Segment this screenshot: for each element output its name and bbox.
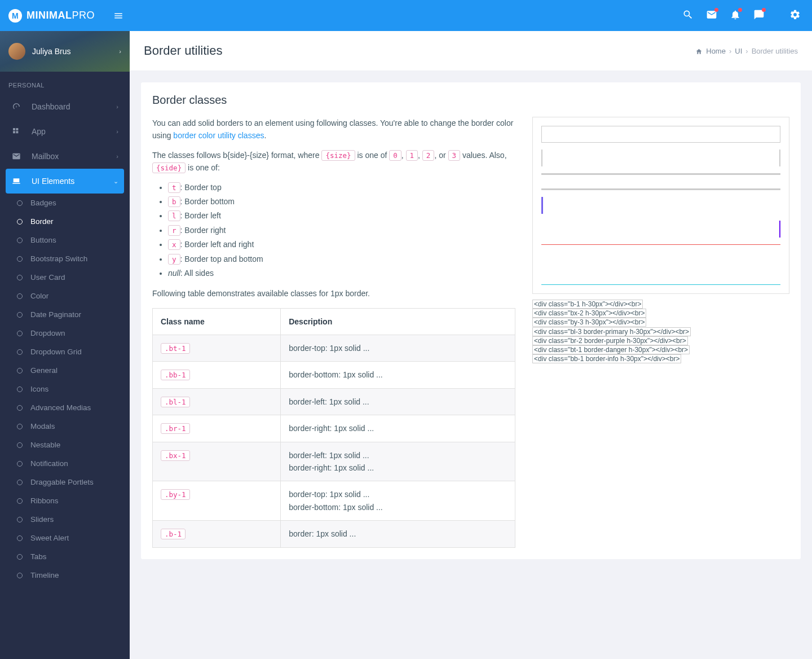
card-demo: <div class="b-1 h-30px"></div><br> <div … (532, 117, 789, 548)
bell-icon[interactable] (730, 9, 741, 22)
chevron-right-icon: › (116, 103, 118, 110)
circle-icon (17, 461, 23, 467)
circle-icon (17, 442, 23, 448)
sidebar-subitem[interactable]: Advanced Medias (0, 398, 130, 417)
chat-icon[interactable] (753, 9, 765, 22)
border-side-def: x: Border left and right (168, 238, 515, 251)
chevron-right-icon: › (119, 48, 121, 55)
circle-icon (17, 312, 23, 318)
circle-icon (17, 386, 23, 392)
sidebar-item-ui[interactable]: UI Elements⌄ (6, 169, 124, 194)
circle-icon (17, 293, 23, 299)
demo-br-2-purple (541, 221, 780, 238)
sidebar-subitem[interactable]: Nestable (0, 436, 130, 454)
menu-toggle-icon[interactable] (107, 11, 130, 21)
sidebar-subitem[interactable]: Tabs (0, 547, 130, 566)
sidebar-subitem[interactable]: Timeline (0, 566, 130, 570)
demo-bl-3-primary (541, 197, 780, 214)
border-side-def: r: Border right (168, 224, 515, 236)
circle-icon (17, 256, 23, 262)
app-icon (11, 127, 21, 136)
chevron-down-icon: ⌄ (113, 178, 118, 185)
link-color-utilities[interactable]: border color utility classes (173, 131, 264, 140)
brand-logo[interactable]: M MINIMALPRO (0, 9, 107, 23)
sidebar-subitem[interactable]: Dropdown (0, 324, 130, 342)
border-side-def: b: Border bottom (168, 195, 515, 208)
sidebar-subitem[interactable]: Date Paginator (0, 305, 130, 324)
card-title: Border classes (152, 94, 789, 107)
chevron-right-icon: › (116, 128, 118, 135)
gear-icon[interactable] (789, 9, 801, 22)
sidebar-user[interactable]: Juliya Brus › (0, 31, 130, 72)
circle-icon (17, 554, 23, 560)
mail-icon[interactable] (706, 9, 717, 22)
table-row: .bb-1border-bottom: 1px solid ... (153, 362, 515, 388)
sidebar-subitem[interactable]: Border (0, 212, 130, 231)
border-side-def: l: Border left (168, 209, 515, 222)
sidebar-subitem[interactable]: Bootstrap Switch (0, 249, 130, 268)
circle-icon (17, 200, 23, 206)
sidebar-subitem[interactable]: Color (0, 287, 130, 305)
logo-icon: M (8, 9, 22, 23)
sidebar-item-label: Nestable (30, 441, 60, 449)
sidebar-subitem[interactable]: General (0, 361, 130, 380)
breadcrumb-home[interactable]: Home (706, 47, 726, 55)
page-title: Border utilities (144, 43, 222, 58)
sidebar-subitem[interactable]: Notification (0, 454, 130, 473)
table-row: .br-1border-right: 1px solid ... (153, 415, 515, 442)
sidebar-item-label: Sliders (30, 515, 54, 524)
topbar-actions (682, 9, 812, 22)
sidebar-item-label: Border (30, 217, 54, 226)
code-sample: <div class="b-1 h-30px"></div><br> <div … (532, 300, 789, 363)
card-border-classes: Border classes You can add solid borders… (141, 82, 801, 559)
sidebar-subitem[interactable]: Buttons (0, 231, 130, 249)
sidebar-subitem[interactable]: User Card (0, 268, 130, 287)
breadcrumb: Home › UI › Border utilities (695, 46, 798, 55)
border-classes-table: Class name Description .bt-1border-top: … (152, 308, 515, 548)
circle-icon (17, 535, 23, 541)
circle-icon (17, 238, 23, 243)
border-side-def: t: Border top (168, 181, 515, 194)
content-area: Border utilities Home › UI › Border util… (130, 31, 812, 559)
circle-icon (17, 405, 23, 411)
table-row: .b-1border: 1px solid ... (153, 521, 515, 547)
sidebar-item-label: Modals (30, 422, 55, 430)
sidebar-subitem[interactable]: Icons (0, 380, 130, 398)
sidebar-item-label: Tabs (30, 552, 47, 561)
breadcrumb-mid[interactable]: UI (735, 47, 742, 55)
th-class: Class name (153, 308, 281, 335)
circle-icon (17, 349, 23, 355)
sidebar-subitem[interactable]: Dropdown Grid (0, 342, 130, 361)
sidebar-subitem[interactable]: Sweet Alert (0, 529, 130, 547)
sidebar-subitem[interactable]: Draggable Portlets (0, 473, 130, 491)
demo-bb-1-info (541, 268, 780, 285)
sidebar: Juliya Brus › PERSONAL Dashboard›App›Mai… (0, 31, 130, 570)
sidebar-subitem[interactable]: Ribbons (0, 491, 130, 510)
sidebar-item-app[interactable]: App› (0, 119, 130, 144)
sidebar-item-mailbox[interactable]: Mailbox› (0, 144, 130, 169)
demo-bx-2 (541, 150, 780, 166)
user-name: Juliya Brus (32, 47, 112, 56)
search-icon[interactable] (682, 9, 694, 22)
table-row: .by-1border-top: 1px solid ...border-bot… (153, 481, 515, 521)
page-header: Border utilities Home › UI › Border util… (130, 31, 812, 71)
topbar: M MINIMALPRO (0, 0, 812, 31)
sidebar-item-label: Advanced Medias (30, 403, 91, 412)
circle-icon (17, 219, 23, 225)
sidebar-item-dashboard[interactable]: Dashboard› (0, 94, 130, 119)
sidebar-subitem[interactable]: Sliders (0, 510, 130, 529)
demo-b-1 (541, 126, 780, 143)
table-row: .bl-1border-left: 1px solid ... (153, 388, 515, 415)
sidebar-item-label: Mailbox (32, 152, 59, 161)
chevron-right-icon: › (116, 153, 118, 160)
sidebar-subitem[interactable]: Badges (0, 194, 130, 212)
sidebar-item-label: Dropdown (30, 329, 65, 337)
sidebar-subitem[interactable]: Modals (0, 417, 130, 436)
sidebar-item-label: Badges (30, 199, 56, 207)
sidebar-item-label: Color (30, 292, 48, 300)
mailbox-icon (11, 152, 21, 161)
border-side-def: null: All sides (168, 267, 515, 279)
table-row: .bx-1border-left: 1px solid ...border-ri… (153, 442, 515, 481)
sidebar-item-label: App (32, 127, 46, 136)
sidebar-item-label: Notification (30, 459, 68, 468)
